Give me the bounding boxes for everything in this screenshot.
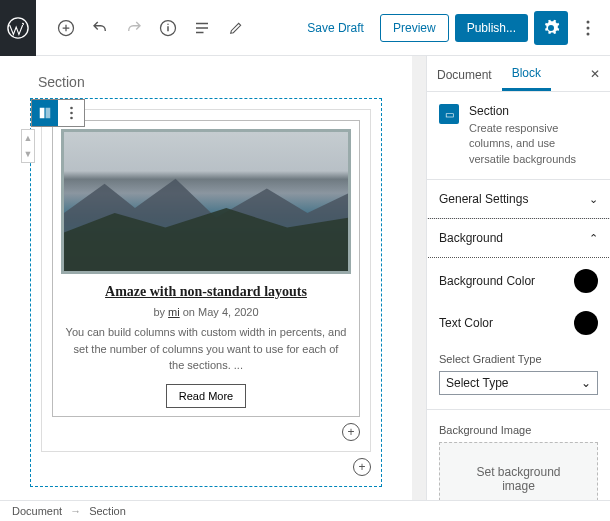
read-more-button[interactable]: Read More xyxy=(166,384,246,408)
inner-inserter[interactable]: + xyxy=(52,423,360,441)
background-panel-body: Background Color Text Color Select Gradi… xyxy=(427,257,610,500)
chevron-down-icon: ⌄ xyxy=(581,376,591,390)
chevron-right-icon: → xyxy=(70,505,81,517)
text-color-control[interactable]: Text Color xyxy=(439,311,598,335)
preview-button[interactable]: Preview xyxy=(380,14,449,42)
section-block[interactable]: ▲ ▼ Amaze with non-standard layouts by m… xyxy=(30,98,382,487)
move-up-icon[interactable]: ▲ xyxy=(22,130,34,146)
add-block-button[interactable] xyxy=(52,14,80,42)
tab-block[interactable]: Block xyxy=(502,56,551,91)
block-mover[interactable]: ▲ ▼ xyxy=(21,129,35,163)
svg-point-11 xyxy=(70,117,73,120)
block-toolbar xyxy=(31,99,85,127)
close-sidebar-button[interactable]: ✕ xyxy=(580,59,610,89)
svg-point-3 xyxy=(587,20,590,23)
post-excerpt: You can build columns with custom width … xyxy=(61,324,351,374)
post-title[interactable]: Amaze with non-standard layouts xyxy=(61,284,351,300)
post-image xyxy=(61,129,351,274)
redo-button[interactable] xyxy=(120,14,148,42)
svg-point-4 xyxy=(587,26,590,29)
block-description-panel: ▭ Section Create responsive columns, and… xyxy=(427,92,610,180)
editor-canvas[interactable]: Section ▲ ▼ Amaze with non-standard layo… xyxy=(0,56,412,500)
tab-document[interactable]: Document xyxy=(427,58,502,90)
settings-sidebar: Document Block ✕ ▭ Section Create respon… xyxy=(426,56,610,500)
info-button[interactable] xyxy=(154,14,182,42)
more-menu-button[interactable] xyxy=(574,14,602,42)
chevron-down-icon: ⌄ xyxy=(589,193,598,206)
color-swatch[interactable] xyxy=(574,269,598,293)
post-date: May 4, 2020 xyxy=(198,306,259,318)
accordion-general-settings[interactable]: General Settings ⌄ xyxy=(427,180,610,219)
plus-circle-icon: + xyxy=(353,458,371,476)
breadcrumb-root[interactable]: Document xyxy=(12,505,62,517)
svg-rect-8 xyxy=(46,108,51,119)
gradient-select[interactable]: Select Type ⌄ xyxy=(439,371,598,395)
svg-rect-7 xyxy=(40,108,45,119)
post-card: Amaze with non-standard layouts by mi on… xyxy=(52,120,360,417)
set-background-image-button[interactable]: Set background image xyxy=(439,442,598,500)
block-desc: Create responsive columns, and use versa… xyxy=(469,121,598,167)
section-icon: ▭ xyxy=(439,104,459,124)
color-swatch[interactable] xyxy=(574,311,598,335)
breadcrumb-current[interactable]: Section xyxy=(89,505,126,517)
edit-button[interactable] xyxy=(222,14,250,42)
sidebar-tabs: Document Block ✕ xyxy=(427,56,610,92)
undo-button[interactable] xyxy=(86,14,114,42)
save-draft-button[interactable]: Save Draft xyxy=(297,15,374,41)
bg-image-label: Background Image xyxy=(439,424,598,436)
chevron-up-icon: ⌃ xyxy=(589,232,598,245)
block-breadcrumb: Document → Section xyxy=(0,500,610,521)
block-more-button[interactable] xyxy=(58,100,84,126)
settings-gear-button[interactable] xyxy=(534,11,568,45)
svg-point-9 xyxy=(70,107,73,110)
block-type-icon[interactable] xyxy=(32,100,58,126)
post-author-link[interactable]: mi xyxy=(168,306,180,318)
editor-scrollbar[interactable] xyxy=(412,56,426,500)
move-down-icon[interactable]: ▼ xyxy=(22,146,34,162)
gradient-label: Select Gradient Type xyxy=(439,353,598,365)
outer-inserter[interactable]: + xyxy=(41,458,371,476)
background-color-control[interactable]: Background Color xyxy=(439,269,598,293)
svg-point-10 xyxy=(70,112,73,115)
inner-column[interactable]: Amaze with non-standard layouts by mi on… xyxy=(41,109,371,452)
plus-circle-icon: + xyxy=(342,423,360,441)
top-toolbar: Save Draft Preview Publish... xyxy=(0,0,610,56)
wp-logo[interactable] xyxy=(0,0,36,56)
publish-button[interactable]: Publish... xyxy=(455,14,528,42)
divider xyxy=(427,409,610,410)
svg-point-5 xyxy=(587,32,590,35)
post-meta: by mi on May 4, 2020 xyxy=(61,306,351,318)
outline-button[interactable] xyxy=(188,14,216,42)
block-type-label: Section xyxy=(30,74,382,90)
accordion-background[interactable]: Background ⌃ xyxy=(426,218,610,258)
block-name: Section xyxy=(469,104,598,118)
